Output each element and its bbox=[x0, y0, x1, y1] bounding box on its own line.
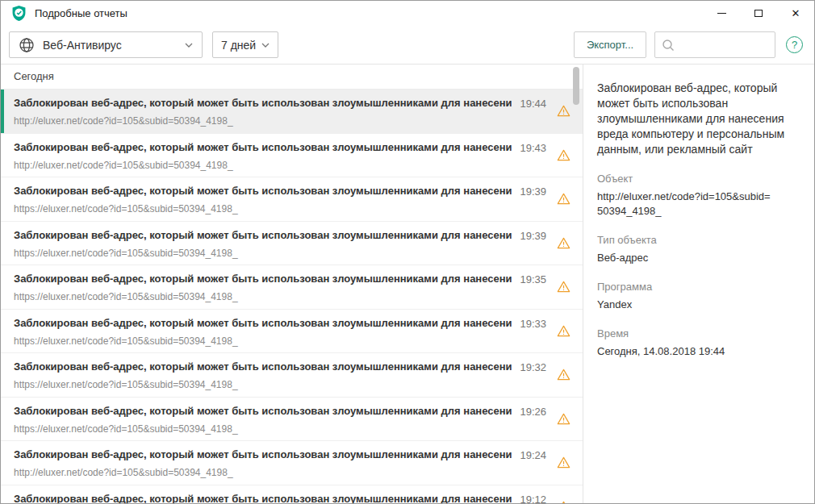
detail-value: Yandex bbox=[597, 298, 775, 312]
event-url: http://eluxer.net/code?id=105&subid=5039… bbox=[14, 115, 512, 127]
chevron-down-icon bbox=[185, 43, 193, 48]
event-title: Заблокирован веб-адрес, который может бы… bbox=[14, 185, 512, 197]
event-time: 19:43 bbox=[520, 142, 546, 177]
warning-icon bbox=[557, 193, 571, 221]
detail-label: Программа bbox=[597, 281, 800, 293]
event-row[interactable]: Заблокирован веб-адрес, который может бы… bbox=[1, 134, 583, 178]
detail-value: http://eluxer.net/code?id=105&subid=5039… bbox=[597, 190, 775, 219]
event-time: 19:39 bbox=[520, 185, 546, 221]
detail-label: Время bbox=[597, 327, 800, 339]
event-title: Заблокирован веб-адрес, который может бы… bbox=[14, 493, 512, 504]
event-url: https://eluxer.net/code?id=105&subid=503… bbox=[14, 203, 512, 215]
event-row[interactable]: Заблокирован веб-адрес, который может бы… bbox=[1, 398, 583, 442]
maximize-icon bbox=[754, 10, 763, 17]
event-title: Заблокирован веб-адрес, который может бы… bbox=[14, 97, 512, 109]
event-row[interactable]: Заблокирован веб-адрес, который может бы… bbox=[1, 310, 583, 354]
window-controls: ✕ bbox=[703, 1, 814, 26]
event-url: https://eluxer.net/code?id=105&subid=503… bbox=[14, 423, 512, 435]
event-row[interactable]: Заблокирован веб-адрес, который может бы… bbox=[1, 353, 583, 398]
event-time: 19:33 bbox=[520, 318, 546, 353]
event-url: https://eluxer.net/code?id=105&subid=503… bbox=[14, 248, 512, 259]
event-title: Заблокирован веб-адрес, который может бы… bbox=[14, 317, 512, 329]
period-filter-value: 7 дней bbox=[221, 39, 256, 52]
event-time: 19:39 bbox=[520, 230, 546, 265]
export-button[interactable]: Экспорт... bbox=[574, 31, 646, 58]
warning-icon bbox=[557, 281, 571, 309]
event-time: 19:26 bbox=[520, 406, 546, 441]
titlebar: Подробные отчеты ✕ bbox=[1, 1, 814, 26]
event-description: Заблокирован веб-адрес, который может бы… bbox=[597, 81, 800, 157]
detail-value: Веб-адрес bbox=[597, 251, 775, 265]
details-panel: Заблокирован веб-адрес, который может бы… bbox=[583, 65, 814, 503]
toolbar: Веб-Антивирус 7 дней Экспорт... ? bbox=[1, 26, 814, 65]
search-input[interactable] bbox=[679, 39, 768, 51]
event-title: Заблокирован веб-адрес, который может бы… bbox=[14, 360, 512, 373]
close-icon: ✕ bbox=[792, 8, 800, 19]
maximize-button[interactable] bbox=[740, 1, 777, 26]
event-url: https://eluxer.net/code?id=105&subid=503… bbox=[14, 379, 512, 390]
detailed-reports-window: Подробные отчеты ✕ Веб-Антивирус bbox=[0, 0, 815, 504]
event-row[interactable]: Заблокирован веб-адрес, который может бы… bbox=[1, 90, 583, 134]
component-filter-value: Веб-Антивирус bbox=[43, 39, 122, 52]
event-time: 19:44 bbox=[520, 98, 546, 133]
detail-value: Сегодня, 14.08.2018 19:44 bbox=[597, 344, 775, 359]
app-shield-icon bbox=[11, 5, 27, 22]
event-time: 19:24 bbox=[520, 449, 546, 485]
event-title: Заблокирован веб-адрес, который может бы… bbox=[14, 448, 512, 460]
scrollbar-thumb[interactable] bbox=[573, 67, 579, 105]
event-row[interactable]: Заблокирован веб-адрес, который может бы… bbox=[1, 177, 583, 222]
event-row[interactable]: Заблокирован веб-адрес, который может бы… bbox=[1, 485, 583, 504]
minimize-button[interactable] bbox=[703, 1, 740, 26]
warning-icon bbox=[557, 413, 571, 441]
event-title: Заблокирован веб-адрес, который может бы… bbox=[14, 273, 512, 285]
period-filter-dropdown[interactable]: 7 дней bbox=[212, 31, 278, 58]
detail-label: Тип объекта bbox=[597, 234, 800, 246]
warning-icon bbox=[557, 149, 571, 177]
warning-icon bbox=[557, 501, 571, 504]
event-url: https://eluxer.net/code?id=105&subid=503… bbox=[14, 291, 512, 302]
warning-icon bbox=[557, 369, 571, 397]
search-box[interactable] bbox=[654, 31, 775, 58]
warning-icon bbox=[557, 237, 571, 265]
event-title: Заблокирован веб-адрес, который может бы… bbox=[14, 405, 512, 417]
event-row[interactable]: Заблокирован веб-адрес, который может бы… bbox=[1, 441, 583, 485]
warning-icon bbox=[557, 325, 571, 353]
help-icon[interactable]: ? bbox=[786, 36, 803, 53]
search-icon bbox=[662, 39, 675, 52]
minimize-icon bbox=[717, 13, 726, 14]
event-list: Заблокирован веб-адрес, который может бы… bbox=[1, 90, 583, 503]
warning-icon bbox=[557, 456, 571, 485]
event-time: 19:35 bbox=[520, 273, 546, 309]
event-time: 19:12 bbox=[520, 494, 546, 504]
main-area: Сегодня Заблокирован веб-адрес, который … bbox=[1, 65, 814, 503]
event-url: https://eluxer.net/code?id=105&subid=503… bbox=[14, 335, 512, 347]
event-time: 19:32 bbox=[520, 361, 546, 397]
event-url: http://eluxer.net/code?id=105&subid=5039… bbox=[14, 160, 512, 171]
list-group-header: Сегодня bbox=[1, 65, 583, 90]
event-title: Заблокирован веб-адрес, который может бы… bbox=[14, 229, 512, 241]
event-list-panel: Сегодня Заблокирован веб-адрес, который … bbox=[1, 65, 583, 503]
window-title: Подробные отчеты bbox=[35, 7, 127, 19]
event-row[interactable]: Заблокирован веб-адрес, который может бы… bbox=[1, 265, 583, 310]
component-filter-dropdown[interactable]: Веб-Антивирус bbox=[9, 31, 203, 58]
detail-fields: Объект http://eluxer.net/code?id=105&sub… bbox=[597, 173, 800, 359]
event-title: Заблокирован веб-адрес, который может бы… bbox=[14, 141, 512, 153]
globe-icon bbox=[19, 37, 35, 53]
chevron-down-icon bbox=[261, 43, 270, 48]
event-url: http://eluxer.net/code?id=105&subid=5039… bbox=[14, 467, 512, 478]
close-button[interactable]: ✕ bbox=[777, 1, 814, 26]
event-row[interactable]: Заблокирован веб-адрес, который может бы… bbox=[1, 222, 583, 266]
warning-icon bbox=[557, 105, 571, 133]
detail-label: Объект bbox=[597, 173, 800, 185]
